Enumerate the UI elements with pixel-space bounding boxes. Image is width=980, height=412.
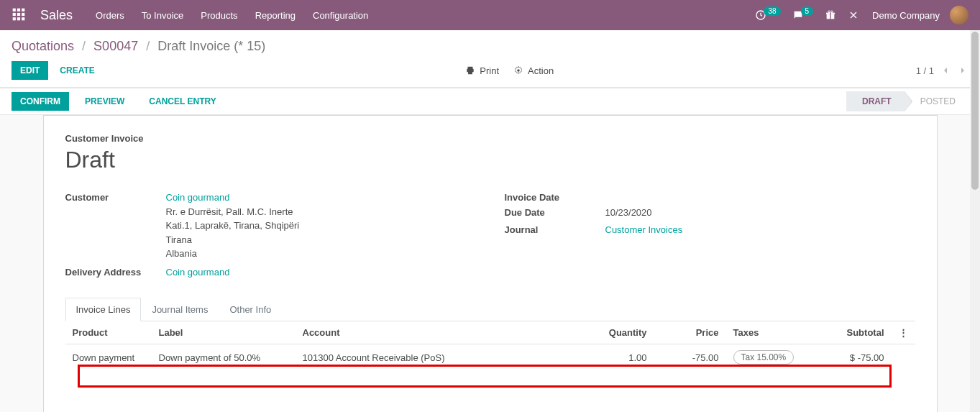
cell-label: Down payment of 50.0% xyxy=(152,344,296,371)
doc-type-label: Customer Invoice xyxy=(65,133,915,144)
scrollbar-thumb[interactable] xyxy=(971,32,979,190)
tab-journal-items[interactable]: Journal Items xyxy=(141,298,219,321)
timer-badge: 38 xyxy=(764,6,780,16)
cell-product: Down payment xyxy=(65,344,152,371)
due-date-value: 10/23/2020 xyxy=(605,206,915,220)
svg-rect-6 xyxy=(13,17,16,20)
col-subtotal: Subtotal xyxy=(805,321,892,344)
svg-point-14 xyxy=(831,11,833,13)
col-account: Account xyxy=(296,321,582,344)
preview-button[interactable]: Preview xyxy=(76,92,133,111)
chat-icon[interactable]: 5 xyxy=(792,9,814,21)
cell-qty: 1.00 xyxy=(582,344,654,371)
invoice-date-value xyxy=(605,191,915,203)
nav-reporting[interactable]: Reporting xyxy=(255,10,296,21)
table-row[interactable]: Down payment Down payment of 50.0% 10130… xyxy=(65,344,915,371)
action-button[interactable]: Action xyxy=(513,65,554,76)
scrollbar-track[interactable] xyxy=(970,30,980,412)
action-label: Action xyxy=(528,65,554,76)
svg-rect-8 xyxy=(22,17,24,20)
company-name[interactable]: Demo Company xyxy=(872,10,940,21)
svg-rect-5 xyxy=(22,12,24,15)
due-date-label: Due Date xyxy=(505,206,605,220)
svg-rect-3 xyxy=(13,12,16,15)
journal-link[interactable]: Customer Invoices xyxy=(605,224,683,235)
col-taxes: Taxes xyxy=(726,321,805,344)
nav-configuration[interactable]: Configuration xyxy=(313,10,368,21)
tab-invoice-lines[interactable]: Invoice Lines xyxy=(65,298,142,321)
addr-line-3: Tirana xyxy=(166,233,476,247)
nav-products[interactable]: Products xyxy=(201,10,237,21)
customer-link[interactable]: Coin gourmand xyxy=(166,192,230,203)
print-icon xyxy=(465,65,475,75)
col-quantity: Quantity xyxy=(582,321,654,344)
customer-label: Customer xyxy=(65,191,166,261)
tab-other-info[interactable]: Other Info xyxy=(219,298,282,321)
col-product: Product xyxy=(65,321,152,344)
svg-rect-12 xyxy=(830,13,830,19)
svg-rect-1 xyxy=(17,8,20,11)
print-label: Print xyxy=(480,65,499,76)
tax-tag: Tax 15.00% xyxy=(733,350,794,365)
svg-rect-2 xyxy=(22,8,24,11)
print-button[interactable]: Print xyxy=(465,65,499,76)
cancel-entry-button[interactable]: Cancel Entry xyxy=(140,92,224,111)
col-label: Label xyxy=(152,321,296,344)
journal-label: Journal xyxy=(505,223,605,237)
svg-rect-0 xyxy=(13,8,16,11)
edit-button[interactable]: Edit xyxy=(12,61,48,80)
svg-rect-4 xyxy=(17,12,20,15)
form-sheet: Customer Invoice Draft Customer Coin gou… xyxy=(43,115,938,412)
chat-badge: 5 xyxy=(801,6,814,16)
user-avatar[interactable] xyxy=(950,6,968,24)
tabs: Invoice Lines Journal Items Other Info xyxy=(65,298,915,321)
invoice-date-label: Invoice Date xyxy=(505,191,605,203)
cell-account: 101300 Account Receivable (PoS) xyxy=(296,344,582,371)
breadcrumb: Quotations / S00047 / Draft Invoice (* 1… xyxy=(12,39,968,54)
apps-icon[interactable] xyxy=(12,7,26,24)
cell-price: -75.00 xyxy=(654,344,726,371)
addr-line-2: Kati.1, Laprakë, Tirana, Shqipëri xyxy=(166,219,476,233)
svg-point-13 xyxy=(828,11,830,13)
app-brand[interactable]: Sales xyxy=(40,8,73,23)
pager-prev-icon[interactable] xyxy=(940,65,951,76)
nav-orders[interactable]: Orders xyxy=(96,10,124,21)
status-posted[interactable]: Posted xyxy=(905,91,968,111)
addr-line-4: Albania xyxy=(166,247,476,261)
addr-line-1: Rr. e Durrësit, Pall. M.C. Inerte xyxy=(166,205,476,219)
gift-icon[interactable] xyxy=(825,9,836,21)
status-bar: Confirm Preview Cancel Entry Draft Poste… xyxy=(0,88,980,115)
pager-text: 1 / 1 xyxy=(916,65,934,76)
control-panel: Quotations / S00047 / Draft Invoice (* 1… xyxy=(0,30,980,88)
tools-icon[interactable] xyxy=(848,9,859,21)
nav-to-invoice[interactable]: To Invoice xyxy=(142,10,184,21)
confirm-button[interactable]: Confirm xyxy=(12,92,69,111)
col-menu[interactable]: ⋮ xyxy=(892,321,915,344)
crumb-order[interactable]: S00047 xyxy=(93,39,138,53)
gear-icon xyxy=(513,65,523,75)
crumb-current: Draft Invoice (* 15) xyxy=(157,39,265,53)
invoice-lines-table: Product Label Account Quantity Price Tax… xyxy=(65,321,915,370)
top-nav: Sales Orders To Invoice Products Reporti… xyxy=(0,0,980,30)
cell-taxes: Tax 15.00% xyxy=(726,344,805,371)
svg-point-15 xyxy=(517,69,520,72)
create-button[interactable]: Create xyxy=(51,61,103,80)
delivery-label: Delivery Address xyxy=(65,265,166,280)
crumb-quotations[interactable]: Quotations xyxy=(12,39,74,53)
col-price: Price xyxy=(654,321,726,344)
svg-rect-7 xyxy=(17,17,20,20)
cell-subtotal: $ -75.00 xyxy=(805,344,892,371)
status-draft[interactable]: Draft xyxy=(846,91,905,111)
doc-title: Draft xyxy=(65,147,915,173)
delivery-link[interactable]: Coin gourmand xyxy=(166,267,230,278)
timer-icon[interactable]: 38 xyxy=(755,9,780,21)
pager: 1 / 1 xyxy=(916,65,968,76)
pager-next-icon[interactable] xyxy=(957,65,968,76)
